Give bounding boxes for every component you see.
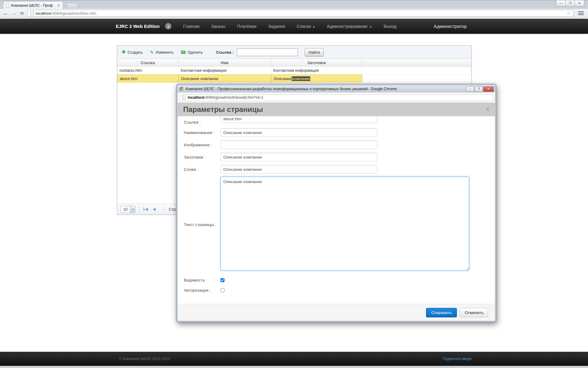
popup-url-text: localhost:8084/gis/admin/linksedit.htm?i… — [188, 95, 263, 100]
cell-name: Контактная информация — [179, 67, 271, 75]
close-button[interactable]: ✕ — [575, 0, 584, 6]
brand-title: EJRC 2 Web Edition — [116, 24, 160, 29]
cancel-button[interactable]: Отменить — [460, 308, 488, 317]
words-input[interactable] — [221, 165, 377, 174]
chrome-menu-button[interactable] — [577, 10, 585, 16]
field-label-authorization: Авторизация : — [184, 288, 221, 293]
popup-titlebar[interactable]: Компания ШЕЛС - Профессиональная разрабо… — [178, 85, 495, 93]
page-text-textarea[interactable]: Описание компании — [221, 177, 469, 270]
window-controls: — ❐ ✕ — [556, 0, 584, 6]
save-button[interactable]: Сохранить — [426, 308, 457, 317]
authorization-checkbox[interactable] — [221, 288, 224, 292]
field-row-page-text: Текст страницы : Описание компании — [184, 177, 495, 270]
field-row-authorization: Авторизация : — [184, 288, 495, 293]
url-page-icon — [30, 11, 34, 15]
title-input[interactable] — [221, 153, 377, 161]
caret-down-icon: ▼ — [369, 25, 372, 29]
field-row-image: Изображение : — [184, 140, 495, 149]
forward-button[interactable]: → — [12, 11, 17, 16]
table-row[interactable]: contacts.htm Контактная информация Конта… — [117, 67, 471, 75]
chrome-logo-icon — [179, 87, 184, 91]
copyright-text: © Компания ШЕЛС 2012-2013 — [119, 357, 170, 361]
field-row-visibility: Видимость : — [184, 278, 495, 282]
url-host: localhost — [36, 11, 51, 16]
nav-item-lists-label: Списки — [297, 24, 311, 29]
scroll-to-top-link[interactable]: Подняться вверх — [443, 357, 472, 361]
visibility-checkbox[interactable] — [221, 278, 224, 282]
field-label-words: Слова : — [184, 165, 221, 174]
search-label: Ссылка : — [216, 50, 234, 55]
table-row-selected[interactable]: about.htm Описание компании Описание ком… — [117, 75, 471, 82]
cell-title: Описание компании — [271, 75, 362, 82]
site-footer: © Компания ШЕЛС 2012-2013 Подняться ввер… — [0, 352, 588, 366]
pencil-icon: ✎ — [150, 50, 154, 55]
field-row-words: Слова : — [184, 165, 495, 174]
popup-close-button[interactable]: ✕ — [483, 86, 494, 92]
back-button[interactable]: ← — [3, 11, 8, 16]
table-header-title[interactable]: Заголовок — [271, 59, 362, 66]
popup-window: Компания ШЕЛС - Профессиональная разрабо… — [176, 84, 496, 322]
new-tab-button[interactable] — [66, 3, 78, 8]
dialog-footer: Сохранить Отменить — [178, 304, 495, 321]
notification-badge: 1 — [165, 23, 172, 29]
prev-page-button[interactable]: ◀ — [153, 207, 156, 211]
browser-toolbar: ← → ⟳ localhost:8084/gis/admin/links.htm… — [0, 9, 588, 18]
popup-url-page-icon — [182, 95, 186, 100]
table-header-empty — [362, 59, 471, 66]
cell-link: contacts.htm — [117, 67, 179, 75]
first-page-button[interactable]: ◀ — [144, 207, 148, 211]
nav-item-logout[interactable]: Выход — [384, 24, 397, 29]
nav-item-administration-label: Администрирование — [327, 24, 368, 29]
dialog-close-button[interactable]: X — [486, 106, 489, 113]
page-size-value: 10 — [123, 207, 127, 212]
nav-item-orders[interactable]: Заказы — [211, 24, 225, 29]
popup-url-bar[interactable]: localhost:8084/gis/admin/linksedit.htm?i… — [179, 94, 493, 101]
nav-item-home[interactable]: Главная — [183, 24, 199, 29]
table-header-row: Ссылка Имя Заголовок — [117, 59, 471, 67]
reload-button[interactable]: ⟳ — [20, 11, 24, 16]
cell-title-prefix: Описание — [273, 76, 292, 81]
url-path: :8084/gis/admin/links.htm — [51, 11, 96, 16]
browser-tab[interactable]: Компания ШЕЛС - Проф ✕ — [3, 1, 63, 9]
table-header-name[interactable]: Имя — [179, 59, 271, 66]
browser-chrome: Компания ШЕЛС - Проф ✕ — ❐ ✕ ← → ⟳ local… — [0, 0, 588, 18]
site-navbar: EJRC 2 Web Edition 1 Главная Заказы Плат… — [0, 19, 588, 34]
nav-item-payments[interactable]: Платёжки — [237, 24, 256, 29]
field-label-page-text: Текст страницы : — [184, 220, 221, 227]
field-row-name: Наименование : — [184, 128, 495, 137]
table-header-link[interactable]: Ссылка — [117, 59, 179, 66]
page-parameters-dialog: Параметры страницы X Ссылка : Наименован… — [178, 103, 495, 321]
nav-item-lists[interactable]: Списки▼ — [297, 24, 315, 29]
tab-close-icon[interactable]: ✕ — [57, 3, 60, 7]
edit-button[interactable]: ✎ Изменить — [150, 50, 174, 55]
cell-title: Контактная информация — [271, 67, 362, 75]
nav-item-administration[interactable]: Администрирование▼ — [327, 24, 372, 29]
create-button[interactable]: ✚ Создать — [122, 50, 143, 55]
cell-link: about.htm — [117, 75, 179, 82]
field-label-title: Заголовок : — [184, 153, 221, 161]
edit-button-label: Изменить — [156, 50, 174, 55]
popup-url-path: :8084/gis/admin/linksedit.htm?id=1 — [205, 95, 263, 100]
popup-restore-button[interactable]: ❐ — [475, 86, 483, 92]
cell-name: Описание компании — [179, 75, 271, 82]
divider — [139, 206, 140, 213]
name-input[interactable] — [221, 128, 377, 137]
find-button[interactable]: Найти — [305, 48, 324, 56]
bottom-scrollbar-strip[interactable] — [0, 366, 588, 368]
screen: Компания ШЕЛС - Проф ✕ — ❐ ✕ ← → ⟳ local… — [0, 0, 588, 368]
field-label-visibility: Видимость : — [184, 278, 221, 282]
minus-icon — [181, 51, 186, 54]
links-toolbar: ✚ Создать ✎ Изменить Удалить Ссылка : На… — [117, 46, 471, 59]
nav-item-tasks[interactable]: Задания — [268, 24, 285, 29]
hamburger-icon — [578, 11, 584, 15]
popup-minimize-button[interactable]: — — [466, 86, 474, 92]
plus-icon: ✚ — [122, 50, 126, 55]
bookmark-star-icon[interactable]: ☆ — [567, 11, 571, 16]
restore-button[interactable]: ❐ — [566, 0, 575, 6]
url-bar[interactable]: localhost:8084/gis/admin/links.htm ☆ — [28, 10, 574, 17]
image-input[interactable] — [221, 140, 377, 149]
minimize-button[interactable]: — — [556, 0, 566, 6]
page-size-select[interactable]: 10 ▼ — [120, 206, 135, 213]
delete-button[interactable]: Удалить — [181, 50, 203, 55]
link-search-input[interactable] — [237, 48, 298, 56]
